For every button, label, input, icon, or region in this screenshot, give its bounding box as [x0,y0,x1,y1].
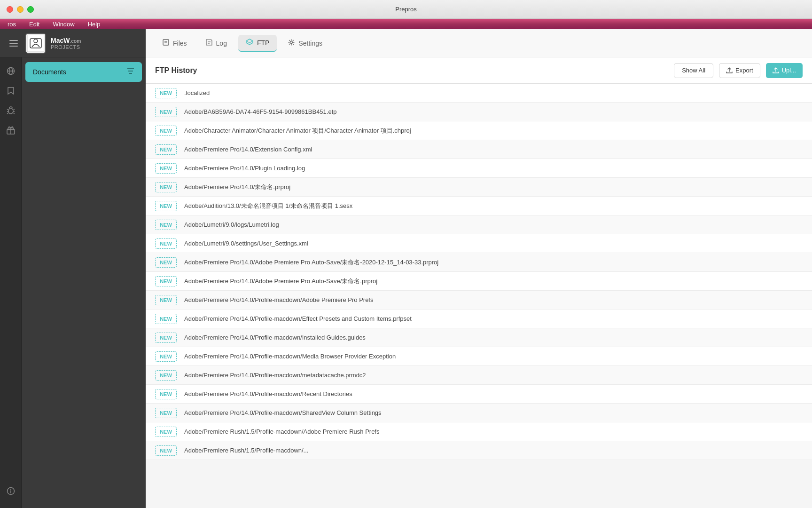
new-badge: NEW [155,88,177,98]
upload-icon [773,67,779,74]
ftp-path: Adobe/Audition/13.0/未命名混音项目 1/未命名混音项目 1.… [184,202,352,210]
new-badge: NEW [155,201,177,211]
nav-globe-icon[interactable] [2,63,19,79]
macw-logo [25,33,46,54]
ftp-path: Adobe/Premiere Pro/14.0/未命名.prproj [184,183,290,191]
tab-files[interactable]: Files [155,35,195,52]
title-bar: Prepros [0,0,812,19]
new-badge: NEW [155,370,177,381]
log-icon [206,39,212,47]
nav-bug-icon[interactable] [2,102,19,119]
new-badge: NEW [155,408,177,418]
menu-item-window[interactable]: Window [50,20,77,28]
ftp-row: NEW Adobe/Premiere Rush/1.5/Profile-macd… [146,441,812,460]
ftp-path: Adobe/Premiere Pro/14.0/Profile-macdown/… [184,315,412,322]
new-badge: NEW [155,445,177,456]
ftp-list: NEW .localized NEW Adobe/BA6B59A6-DA74-4… [146,84,812,508]
ftp-row: NEW Adobe/Lumetri/9.0/settings/User_Sett… [146,234,812,253]
svg-line-16 [13,113,15,114]
ftp-path: Adobe/Lumetri/9.0/settings/User_Settings… [184,240,308,247]
new-badge: NEW [155,144,177,155]
ftp-icon [246,39,253,47]
menu-item-app[interactable]: ros [5,20,19,28]
close-button[interactable] [7,6,13,13]
new-badge: NEW [155,389,177,399]
brand-name: MacW.com [51,37,81,44]
new-badge: NEW [155,126,177,136]
ftp-path: Adobe/Premiere Rush/1.5/Profile-macdown/… [184,428,379,435]
new-badge: NEW [155,238,177,249]
ftp-row: NEW Adobe/Premiere Pro/14.0/Profile-macd… [146,404,812,422]
tab-ftp[interactable]: FTP [238,35,277,52]
ftp-history-title: FTP History [155,66,668,75]
new-badge: NEW [155,182,177,192]
svg-line-11 [7,109,8,110]
menu-bar: ros Edit Window Help [0,19,812,29]
hamburger-menu[interactable] [7,36,21,50]
svg-rect-2 [9,46,18,47]
ftp-panel: FTP History Show All Export Upl... [146,57,812,508]
ftp-row: NEW Adobe/Premiere Pro/14.0/Profile-macd… [146,385,812,404]
svg-point-31 [290,41,293,44]
tab-settings[interactable]: Settings [281,35,330,52]
tab-log[interactable]: Log [198,35,234,52]
tab-settings-label: Settings [298,40,322,47]
menu-item-help[interactable]: Help [85,20,103,28]
svg-line-15 [7,113,8,114]
ftp-row: NEW Adobe/Premiere Pro/14.0/未命名.prproj [146,178,812,197]
sidebar-header: MacW.com PROJECTS [0,29,146,57]
ftp-path: Adobe/Character Animator/Character Anima… [184,127,411,135]
ftp-path: Adobe/Premiere Pro/14.0/Profile-macdown/… [184,372,366,379]
sidebar: MacW.com PROJECTS [0,29,146,508]
ftp-row: NEW Adobe/Premiere Pro/14.0/Profile-macd… [146,328,812,347]
ftp-row: NEW Adobe/Lumetri/9.0/logs/Lumetri.log [146,215,812,234]
window-title: Prepros [395,6,417,13]
svg-rect-0 [9,40,18,41]
tab-log-label: Log [216,40,227,47]
nav-bookmark-icon[interactable] [2,82,19,99]
project-item-label: Documents [33,68,66,76]
new-badge: NEW [155,220,177,230]
projects-label: PROJECTS [51,44,81,50]
upload-button[interactable]: Upl... [766,63,803,78]
ftp-row: NEW Adobe/Character Animator/Character A… [146,121,812,140]
new-badge: NEW [155,333,177,343]
ftp-path: Adobe/Premiere Pro/14.0/Profile-macdown/… [184,296,373,303]
export-button[interactable]: Export [719,63,760,78]
svg-point-22 [10,489,11,490]
menu-item-edit[interactable]: Edit [26,20,42,28]
ftp-path: Adobe/Premiere Pro/14.0/Profile-macdown/… [184,409,382,416]
ftp-row: NEW Adobe/Premiere Pro/14.0/Profile-macd… [146,310,812,328]
nav-gift-icon[interactable] [2,122,19,139]
ftp-row: NEW Adobe/Premiere Pro/14.0/Profile-macd… [146,291,812,310]
new-badge: NEW [155,295,177,305]
files-icon [163,39,169,47]
traffic-lights [7,6,34,13]
ftp-row: NEW Adobe/Premiere Pro/14.0/Profile-macd… [146,347,812,366]
new-badge: NEW [155,427,177,437]
ftp-row: NEW Adobe/Premiere Pro/14.0/Adobe Premie… [146,253,812,272]
ftp-path: Adobe/Lumetri/9.0/logs/Lumetri.log [184,221,279,228]
filter-icon[interactable] [127,68,134,76]
ftp-header: FTP History Show All Export Upl... [146,57,812,84]
ftp-path: Adobe/Premiere Pro/14.0/Extension Config… [184,146,312,153]
ftp-row: NEW Adobe/Premiere Pro/14.0/Adobe Premie… [146,272,812,291]
export-label: Export [735,67,753,74]
upload-label: Upl... [782,67,796,74]
left-nav [0,57,22,508]
ftp-row: NEW Adobe/Premiere Pro/14.0/Plugin Loadi… [146,159,812,178]
svg-rect-26 [163,40,169,45]
new-badge: NEW [155,314,177,324]
ftp-path: Adobe/Premiere Pro/14.0/Profile-macdown/… [184,353,396,360]
tab-files-label: Files [173,40,187,47]
main-content: Files Log F [146,29,812,508]
maximize-button[interactable] [27,6,34,13]
app-container: MacW.com PROJECTS [0,29,812,508]
minimize-button[interactable] [17,6,23,13]
svg-rect-3 [26,34,45,53]
new-badge: NEW [155,257,177,268]
ftp-path: Adobe/Premiere Pro/14.0/Profile-macdown/… [184,390,352,397]
project-item-documents[interactable]: Documents [25,62,142,82]
show-all-button[interactable]: Show All [674,63,713,78]
nav-info-icon[interactable] [2,483,19,500]
